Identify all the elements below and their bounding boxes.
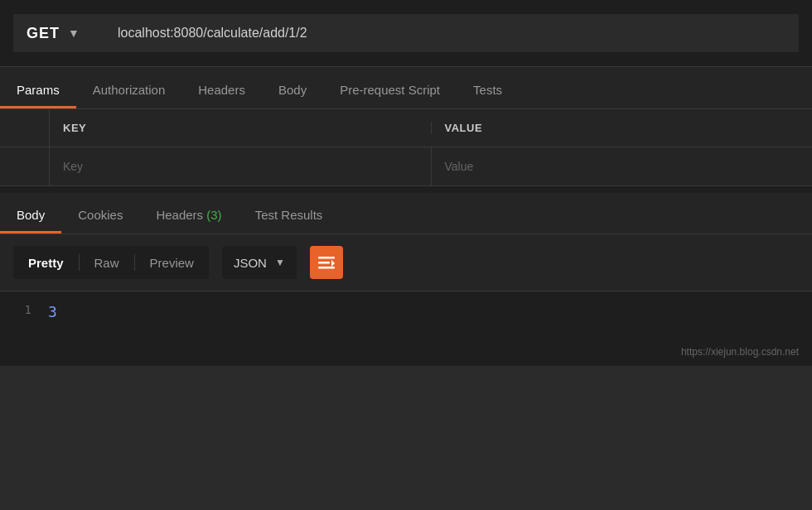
tab-authorization[interactable]: Authorization (76, 71, 182, 108)
svg-rect-1 (318, 262, 330, 264)
row-checkbox[interactable] (0, 147, 50, 185)
wrap-button[interactable] (310, 246, 343, 279)
method-selector[interactable]: GET ▼ (13, 14, 104, 52)
url-bar: GET ▼ (0, 0, 812, 66)
code-area: 1 3 https://xiejun.blog.csdn.net (0, 291, 812, 366)
response-tab-body[interactable]: Body (0, 196, 61, 233)
request-tabs-nav: Params Authorization Headers Body Pre-re… (0, 67, 812, 108)
pretty-button[interactable]: Pretty (13, 249, 79, 277)
table-row: Key Value (0, 147, 812, 185)
col-value-header: VALUE (432, 122, 813, 134)
url-input[interactable] (104, 14, 799, 52)
row-key-input[interactable]: Key (50, 147, 432, 185)
table-header: KEY VALUE (0, 109, 812, 147)
format-group: Pretty Raw Preview (13, 246, 209, 279)
json-format-selector[interactable]: JSON ▼ (222, 246, 297, 279)
footer-link: https://xiejun.blog.csdn.net (681, 346, 799, 358)
method-label: GET (27, 25, 60, 42)
request-tabs-section: Params Authorization Headers Body Pre-re… (0, 67, 812, 109)
header-checkbox-col (0, 109, 50, 147)
tab-headers[interactable]: Headers (181, 71, 262, 108)
svg-rect-0 (318, 257, 335, 259)
raw-button[interactable]: Raw (80, 249, 134, 277)
tab-params[interactable]: Params (0, 71, 76, 108)
svg-marker-3 (331, 260, 335, 267)
response-tab-testresults[interactable]: Test Results (239, 196, 340, 233)
svg-rect-2 (318, 267, 335, 269)
col-key-header: KEY (50, 122, 432, 134)
section-divider (0, 186, 812, 193)
tab-tests[interactable]: Tests (457, 71, 519, 108)
response-tab-headers[interactable]: Headers (3) (139, 196, 238, 233)
response-section: Body Cookies Headers (3) Test Results Pr… (0, 193, 812, 366)
tab-body[interactable]: Body (262, 71, 323, 108)
headers-count-badge: (3) (206, 208, 221, 222)
method-dropdown-icon: ▼ (68, 26, 80, 40)
json-format-label: JSON (234, 256, 267, 270)
preview-button[interactable]: Preview (135, 249, 209, 277)
response-tab-cookies[interactable]: Cookies (61, 196, 139, 233)
wrap-icon (317, 255, 336, 270)
json-format-arrow: ▼ (275, 257, 285, 268)
tab-prerequest[interactable]: Pre-request Script (323, 71, 457, 108)
row-value-input[interactable]: Value (432, 147, 813, 185)
format-toolbar: Pretty Raw Preview JSON ▼ (0, 234, 812, 291)
params-table: KEY VALUE Key Value (0, 109, 812, 186)
response-tabs: Body Cookies Headers (3) Test Results (0, 193, 812, 234)
line-numbers: 1 (0, 291, 41, 366)
